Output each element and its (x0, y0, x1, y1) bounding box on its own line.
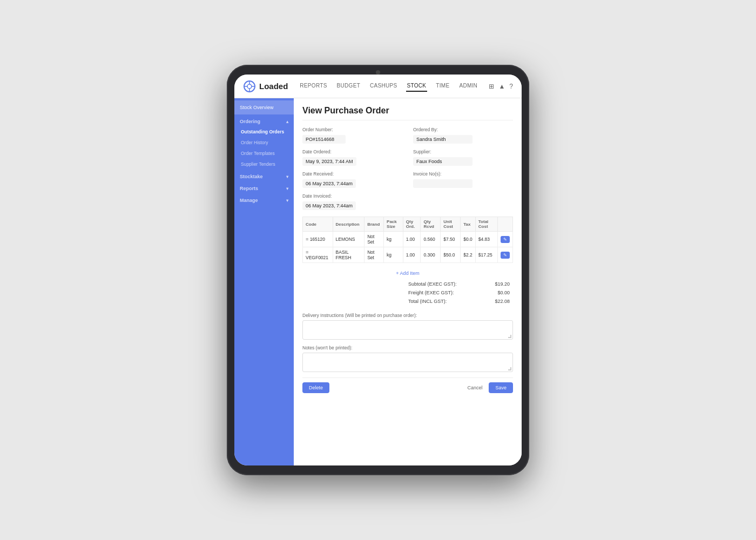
row1-brand: Not Set (364, 232, 384, 247)
supplier-field: Supplier: Faux Foods (413, 149, 513, 166)
date-ordered-label: Date Ordered: (302, 149, 402, 154)
right-buttons: Cancel Save (463, 382, 513, 393)
col-actions (497, 217, 512, 232)
items-table: Code Description Brand Pack Size Qty Ord… (302, 217, 513, 263)
logo-icon (243, 80, 256, 93)
supplier-value: Faux Foods (413, 157, 473, 166)
row1-qty-ord: 1.00 (403, 232, 421, 247)
date-ordered-field: Date Ordered: May 9, 2023, 7:44 AM (302, 149, 402, 166)
col-brand: Brand (364, 217, 384, 232)
col-qty-rcvd: Qty Rcvd (421, 217, 441, 232)
delivery-instructions-label: Delivery Instructions (Will be printed o… (302, 313, 513, 318)
col-qty-ord: Qty Ord. (403, 217, 421, 232)
totals-section: Subtotal (EXEC GST): $19.20 Freight (EXE… (302, 279, 513, 306)
nav-stock[interactable]: STOCK (406, 80, 428, 92)
freight-value: $0.00 (484, 289, 512, 296)
subtotal-row: Subtotal (EXEC GST): $19.20 (406, 280, 512, 288)
date-received-label: Date Received: (302, 171, 402, 177)
col-code: Code (303, 217, 333, 232)
row2-unit-cost: $50.0 (441, 247, 461, 263)
supplier-label: Supplier: (413, 149, 513, 154)
sidebar-stocktake-section[interactable]: Stocktake ▾ (234, 170, 294, 181)
row2-code: ≡ VEGF0021 (303, 247, 333, 263)
add-item-button[interactable]: + Add Item (302, 267, 513, 279)
freight-row: Freight (EXEC GST): $0.00 (406, 289, 512, 296)
date-received-value: 06 May 2023, 7:44am (302, 179, 356, 188)
row2-brand: Not Set (364, 247, 384, 263)
row1-code: ≡ 165120 (303, 232, 333, 247)
row1-edit-button[interactable]: ✎ (501, 236, 510, 243)
invoice-nos-field: Invoice No(s): (413, 171, 513, 188)
reports-chevron: ▾ (286, 186, 288, 191)
date-invoiced-field: Date Invoiced: 06 May 2023, 7:44am (302, 193, 402, 210)
footer-buttons: Delete Cancel Save (302, 377, 513, 393)
sidebar-outstanding-orders[interactable]: Outstanding Orders (234, 126, 294, 137)
stocktake-chevron: ▾ (286, 174, 288, 179)
row2-edit-button[interactable]: ✎ (501, 252, 510, 259)
save-button[interactable]: Save (489, 382, 513, 393)
resize-handle-notes (508, 367, 511, 370)
nav-reports[interactable]: REPORTS (299, 80, 328, 92)
total-row: Total (INCL GST): $22.08 (406, 298, 512, 305)
date-ordered-value: May 9, 2023, 7:44 AM (302, 157, 356, 166)
row2-pack-size: kg (384, 247, 403, 263)
sidebar-supplier-tenders[interactable]: Supplier Tenders (234, 159, 294, 170)
date-invoiced-label: Date Invoiced: (302, 193, 402, 199)
row2-total-cost: $17.25 (475, 247, 497, 263)
ordered-by-field: Ordered By: Sandra Smith (413, 127, 513, 144)
content-area: View Purchase Order Order Number: PO#151… (294, 98, 522, 465)
row2-handle-icon: ≡ (306, 249, 308, 255)
sidebar-stock-overview[interactable]: Stock Overview (234, 100, 294, 114)
order-number-label: Order Number: (302, 127, 402, 132)
row2-tax: $2.2 (461, 247, 476, 263)
nav-items: REPORTS BUDGET CASHUPS STOCK TIME ADMIN (299, 80, 489, 92)
sidebar-reports-section[interactable]: Reports ▾ (234, 181, 294, 193)
col-total-cost: Total Cost (475, 217, 497, 232)
row1-action: ✎ (497, 232, 512, 247)
user-icon[interactable]: ▲ (498, 83, 505, 90)
order-number-value: PO#1514668 (302, 135, 346, 144)
nav-budget[interactable]: BUDGET (336, 80, 361, 92)
sidebar-manage-section[interactable]: Manage ▾ (234, 193, 294, 205)
date-received-field: Date Received: 06 May 2023, 7:44am (302, 171, 402, 188)
date-invoiced-value: 06 May 2023, 7:44am (302, 201, 356, 210)
row1-unit-cost: $7.50 (441, 232, 461, 247)
form-grid: Order Number: PO#1514668 Ordered By: San… (302, 127, 513, 210)
row1-desc: LEMONS (333, 232, 364, 247)
table-row: ≡ 165120 LEMONS Not Set kg 1.00 0.560 $7… (303, 232, 513, 247)
grid-icon[interactable]: ⊞ (489, 83, 494, 90)
notes-textarea[interactable] (302, 353, 513, 372)
nav-time[interactable]: TIME (435, 80, 450, 92)
tablet-screen: Loaded REPORTS BUDGET CASHUPS STOCK TIME… (234, 75, 522, 465)
nav-admin[interactable]: ADMIN (458, 80, 478, 92)
row1-handle-icon: ≡ (306, 237, 308, 242)
nav-cashups[interactable]: CASHUPS (369, 80, 398, 92)
nav-right: ⊞ ▲ ? (489, 83, 513, 90)
ordered-by-value: Sandra Smith (413, 135, 473, 144)
row2-action: ✎ (497, 247, 512, 263)
logo-area: Loaded (243, 80, 288, 93)
delete-button[interactable]: Delete (302, 382, 329, 393)
manage-chevron: ▾ (286, 198, 288, 203)
delivery-instructions-textarea[interactable] (302, 320, 513, 340)
order-number-field: Order Number: PO#1514668 (302, 127, 402, 144)
col-tax: Tax (461, 217, 476, 232)
invoice-nos-value (413, 179, 473, 188)
resize-handle-delivery (508, 335, 511, 338)
ordering-chevron: ▴ (286, 119, 288, 124)
help-icon[interactable]: ? (509, 83, 513, 90)
sidebar-order-templates[interactable]: Order Templates (234, 148, 294, 159)
col-pack-size: Pack Size (384, 217, 403, 232)
sidebar-ordering-section[interactable]: Ordering ▴ (234, 114, 294, 126)
tablet-camera (376, 70, 380, 75)
page-title: View Purchase Order (302, 106, 513, 120)
total-value: $22.08 (484, 298, 512, 305)
ordered-by-label: Ordered By: (413, 127, 513, 132)
sidebar-order-history[interactable]: Order History (234, 137, 294, 148)
totals-table: Subtotal (EXEC GST): $19.20 Freight (EXE… (405, 279, 513, 306)
top-nav: Loaded REPORTS BUDGET CASHUPS STOCK TIME… (234, 75, 522, 98)
col-unit-cost: Unit Cost (441, 217, 461, 232)
row1-tax: $0.0 (461, 232, 476, 247)
cancel-button[interactable]: Cancel (463, 382, 487, 393)
col-description: Description (333, 217, 364, 232)
